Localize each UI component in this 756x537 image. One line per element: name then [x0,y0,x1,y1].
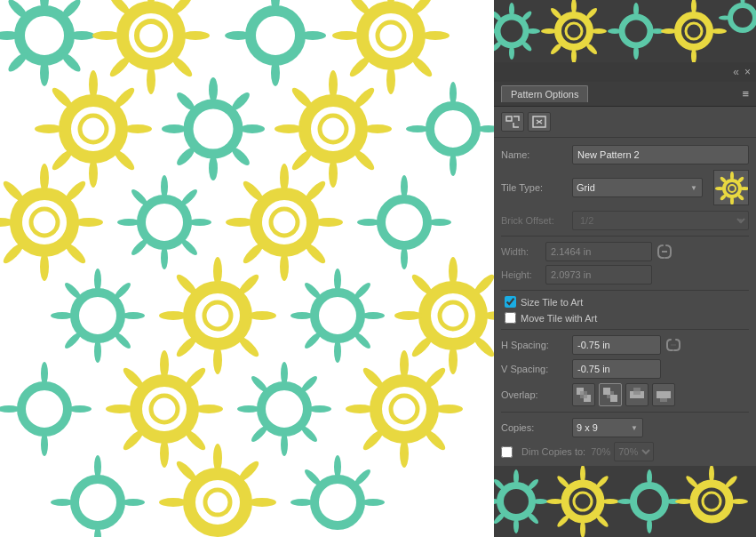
svg-point-37 [89,70,98,99]
svg-point-5 [68,31,95,40]
move-tile-checkbox[interactable] [505,312,516,324]
svg-point-15 [181,31,210,40]
v-spacing-input[interactable] [572,359,661,379]
h-spacing-row: H Spacing: [501,335,749,355]
height-label: Height: [501,269,545,280]
move-tile-row: Move Tile with Art [501,312,749,324]
svg-point-277 [647,517,652,533]
svg-point-92 [226,218,254,227]
svg-point-157 [281,362,288,385]
svg-point-22 [271,60,280,86]
overlap-btn-1[interactable] [572,383,595,406]
svg-point-216 [608,28,622,34]
separator-4 [501,412,749,413]
svg-point-114 [213,257,222,285]
svg-rect-251 [633,388,641,395]
svg-point-185 [159,498,187,507]
width-field-row: Width: [501,242,749,261]
panel-menu-button[interactable]: ≡ [742,87,749,100]
svg-point-258 [513,517,519,533]
svg-point-83 [188,219,211,226]
panel-toolbar [494,107,756,138]
svg-point-159 [237,405,260,413]
copies-select[interactable]: 3 x 3 5 x 5 7 x 7 9 x 9 11 x 11 [572,418,643,437]
svg-point-107 [122,312,145,319]
fit-screen-button[interactable] [501,112,524,132]
copies-select-wrapper: 3 x 3 5 x 5 7 x 7 9 x 9 11 x 11 [572,418,643,437]
svg-point-125 [290,312,314,319]
svg-point-30 [421,31,450,40]
brick-offset-select-wrapper: 1/2 [572,211,749,230]
link-spacing-button[interactable] [664,336,682,354]
svg-rect-253 [657,391,664,398]
svg-rect-254 [664,391,671,398]
svg-point-102 [428,219,451,226]
overlap-btn-2[interactable] [599,383,622,406]
svg-point-91 [280,252,289,281]
svg-rect-248 [610,395,617,402]
svg-point-226 [719,16,731,20]
svg-rect-0 [0,0,494,537]
svg-point-208 [591,28,607,34]
svg-point-135 [394,311,423,320]
overlap-btn-3[interactable] [625,383,649,406]
svg-point-149 [160,439,169,468]
svg-point-143 [41,433,48,456]
reset-view-button[interactable] [528,112,551,132]
svg-point-148 [160,350,169,379]
v-spacing-row: V Spacing: [501,359,749,379]
svg-rect-228 [506,116,512,121]
tile-type-select[interactable]: Grid Brick by Row Brick by Column Hex by… [572,178,703,197]
svg-point-13 [147,66,155,94]
separator-1 [501,236,749,236]
dim-copies-row: Dim Copies to: 70% 70% [501,442,749,461]
svg-point-28 [386,66,395,94]
name-field-row: Name: [501,145,749,164]
pattern-preview-thumbnail [713,170,749,205]
svg-point-278 [617,499,633,504]
collapse-panel-button[interactable]: « [733,66,739,78]
h-spacing-input[interactable] [572,335,661,355]
svg-point-284 [730,499,748,504]
svg-point-126 [362,312,385,319]
svg-point-48 [162,124,187,133]
svg-point-179 [122,499,145,506]
close-panel-button[interactable]: × [744,66,751,78]
panel-title-tab[interactable]: Pattern Options [501,85,588,102]
copies-row: Copies: 3 x 3 5 x 5 7 x 7 9 x 9 11 x 11 [501,418,749,437]
svg-point-23 [225,31,251,40]
size-to-art-checkbox[interactable] [505,296,516,308]
svg-rect-245 [580,391,587,398]
svg-point-105 [94,340,101,363]
svg-point-71 [40,164,49,192]
svg-point-233 [730,172,734,180]
svg-point-3 [40,60,49,86]
dim-copies-label[interactable]: Dim Copies to: [521,446,585,457]
tile-type-select-wrapper: Grid Brick by Row Brick by Column Hex by… [572,178,703,197]
svg-point-214 [633,3,639,17]
svg-point-58 [275,124,303,133]
svg-point-124 [334,340,341,363]
h-spacing-label: H Spacing: [501,340,572,350]
svg-point-168 [400,439,409,468]
size-to-art-label[interactable]: Size Tile to Art [521,297,583,308]
copies-label: Copies: [501,422,572,433]
panel-header-right: ≡ [742,87,749,100]
panel-header: Pattern Options ≡ [494,82,756,107]
svg-point-59 [363,124,392,133]
svg-point-81 [161,246,168,269]
move-tile-label[interactable]: Move Tile with Art [521,313,597,324]
name-input[interactable] [572,145,749,164]
overlap-btn-4[interactable] [652,383,675,406]
svg-point-116 [159,311,187,320]
svg-point-29 [332,31,361,40]
width-input [545,242,652,261]
svg-point-106 [51,312,74,319]
link-dimensions-button[interactable] [656,243,673,260]
dim-copies-checkbox[interactable] [501,446,513,458]
pattern-canvas[interactable] [0,0,494,537]
svg-point-142 [41,362,48,385]
svg-point-38 [89,159,98,188]
svg-point-39 [35,124,63,133]
svg-point-151 [195,405,223,413]
